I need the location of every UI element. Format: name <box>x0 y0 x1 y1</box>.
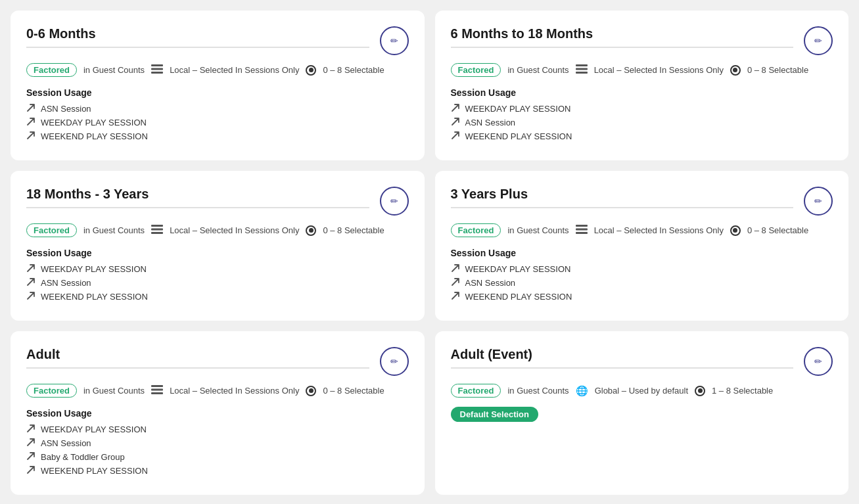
factored-badge: Factored <box>451 384 501 398</box>
svg-rect-8 <box>151 232 163 234</box>
pencil-icon: ✏ <box>390 35 398 46</box>
edit-button[interactable]: ✏ <box>804 187 833 216</box>
card-card-6-18: 6 Months to 18 Months✏Factoredin Guest C… <box>435 11 849 160</box>
session-list: ASN SessionWEEKDAY PLAY SESSIONWEEKEND P… <box>26 103 409 142</box>
svg-rect-4 <box>576 68 588 70</box>
selectable-label: 0 – 8 Selectable <box>323 65 384 75</box>
pencil-icon: ✏ <box>814 196 822 206</box>
nav-arrow-icon <box>451 277 460 288</box>
session-item: WEEKEND PLAY SESSION <box>451 291 833 302</box>
radio-icon <box>730 65 741 76</box>
session-item-label: ASN Session <box>41 104 91 114</box>
session-usage-title: Session Usage <box>26 408 409 419</box>
guest-counts-label: in Guest Counts <box>83 225 145 235</box>
nav-arrow-icon <box>26 451 35 463</box>
session-item: ASN Session <box>451 277 833 288</box>
session-item-label: ASN Session <box>465 278 516 288</box>
guest-counts-label: in Guest Counts <box>83 386 145 396</box>
guest-counts-label: in Guest Counts <box>83 65 145 75</box>
card-card-0-6: 0-6 Months✏Factoredin Guest CountsLocal … <box>11 11 425 160</box>
card-header: Adult✏ <box>26 347 409 376</box>
session-usage-title: Session Usage <box>451 248 833 258</box>
factored-badge: Factored <box>451 223 501 237</box>
location-label: Local – Selected In Sessions Only <box>594 225 724 235</box>
session-item: WEEKDAY PLAY SESSION <box>26 424 409 435</box>
edit-button[interactable]: ✏ <box>804 26 833 55</box>
session-item-label: WEEKEND PLAY SESSION <box>465 292 572 302</box>
radio-icon <box>306 65 316 76</box>
session-list: WEEKDAY PLAY SESSIONASN SessionWEEKEND P… <box>451 263 833 302</box>
meta-row: Factoredin Guest CountsLocal – Selected … <box>451 63 833 77</box>
card-card-adult: Adult✏Factoredin Guest CountsLocal – Sel… <box>11 331 425 495</box>
table-icon <box>151 225 163 236</box>
selectable-label: 1 – 8 Selectable <box>712 386 773 396</box>
selectable-label: 0 – 8 Selectable <box>323 225 384 235</box>
location-label: Local – Selected In Sessions Only <box>594 65 724 75</box>
guest-counts-label: in Guest Counts <box>507 65 569 75</box>
card-title: 18 Months - 3 Years <box>26 187 369 208</box>
session-item: WEEKDAY PLAY SESSION <box>26 263 409 275</box>
session-item: ASN Session <box>26 438 409 449</box>
session-item: WEEKEND PLAY SESSION <box>451 131 833 142</box>
edit-button[interactable]: ✏ <box>380 347 409 376</box>
edit-button[interactable]: ✏ <box>380 187 409 216</box>
default-selection-badge: Default Selection <box>451 407 538 422</box>
session-usage-title: Session Usage <box>451 87 833 98</box>
factored-badge: Factored <box>451 63 501 77</box>
session-item-label: Baby & Toddler Group <box>41 452 125 462</box>
table-icon <box>151 385 163 396</box>
nav-arrow-icon <box>451 291 460 302</box>
nav-arrow-icon <box>26 424 35 435</box>
guest-counts-label: in Guest Counts <box>507 386 569 396</box>
svg-rect-1 <box>151 68 163 70</box>
session-item: ASN Session <box>26 277 409 288</box>
meta-row: Factoredin Guest CountsLocal – Selected … <box>26 223 409 237</box>
svg-rect-3 <box>576 64 588 66</box>
radio-icon <box>306 225 316 236</box>
card-header: 0-6 Months✏ <box>26 26 409 55</box>
svg-rect-14 <box>151 392 163 394</box>
card-title: Adult (Event) <box>451 347 794 369</box>
edit-button[interactable]: ✏ <box>804 347 833 376</box>
session-item: WEEKDAY PLAY SESSION <box>26 117 409 128</box>
nav-arrow-icon <box>26 117 35 128</box>
card-title: 6 Months to 18 Months <box>451 26 794 48</box>
meta-row: Factoredin Guest Counts🌐Global – Used by… <box>451 384 833 398</box>
session-item-label: WEEKDAY PLAY SESSION <box>465 264 571 274</box>
radio-icon <box>306 386 316 396</box>
card-header: 6 Months to 18 Months✏ <box>451 26 833 55</box>
session-item-label: WEEKDAY PLAY SESSION <box>41 264 147 274</box>
session-usage-title: Session Usage <box>26 87 409 98</box>
table-icon <box>151 64 163 76</box>
nav-arrow-icon <box>451 117 460 128</box>
factored-badge: Factored <box>26 223 77 237</box>
session-item-label: WEEKEND PLAY SESSION <box>41 131 148 141</box>
selectable-label: 0 – 8 Selectable <box>747 65 808 75</box>
svg-rect-7 <box>151 229 163 231</box>
session-item: ASN Session <box>451 117 833 128</box>
pencil-icon: ✏ <box>390 196 398 206</box>
cards-grid: 0-6 Months✏Factoredin Guest CountsLocal … <box>11 11 848 495</box>
location-label: Local – Selected In Sessions Only <box>170 65 299 75</box>
session-list: WEEKDAY PLAY SESSIONASN SessionWEEKEND P… <box>26 263 409 302</box>
card-header: 3 Years Plus✏ <box>451 187 833 216</box>
card-header: 18 Months - 3 Years✏ <box>26 187 409 216</box>
edit-button[interactable]: ✏ <box>380 26 409 55</box>
pencil-icon: ✏ <box>814 35 822 46</box>
nav-arrow-icon <box>451 131 460 142</box>
radio-icon <box>695 386 705 396</box>
svg-rect-12 <box>151 385 163 387</box>
selectable-label: 0 – 8 Selectable <box>323 386 384 396</box>
meta-row: Factoredin Guest CountsLocal – Selected … <box>451 223 833 237</box>
svg-rect-5 <box>576 72 588 74</box>
location-label: Local – Selected In Sessions Only <box>170 386 299 396</box>
table-icon <box>576 225 588 236</box>
globe-icon: 🌐 <box>576 385 588 397</box>
session-item-label: WEEKEND PLAY SESSION <box>465 131 572 141</box>
session-item-label: WEEKEND PLAY SESSION <box>41 466 148 476</box>
session-item-label: WEEKEND PLAY SESSION <box>41 292 148 302</box>
svg-rect-10 <box>576 229 588 231</box>
guest-counts-label: in Guest Counts <box>507 225 569 235</box>
radio-icon <box>730 225 741 236</box>
svg-rect-11 <box>576 232 588 234</box>
